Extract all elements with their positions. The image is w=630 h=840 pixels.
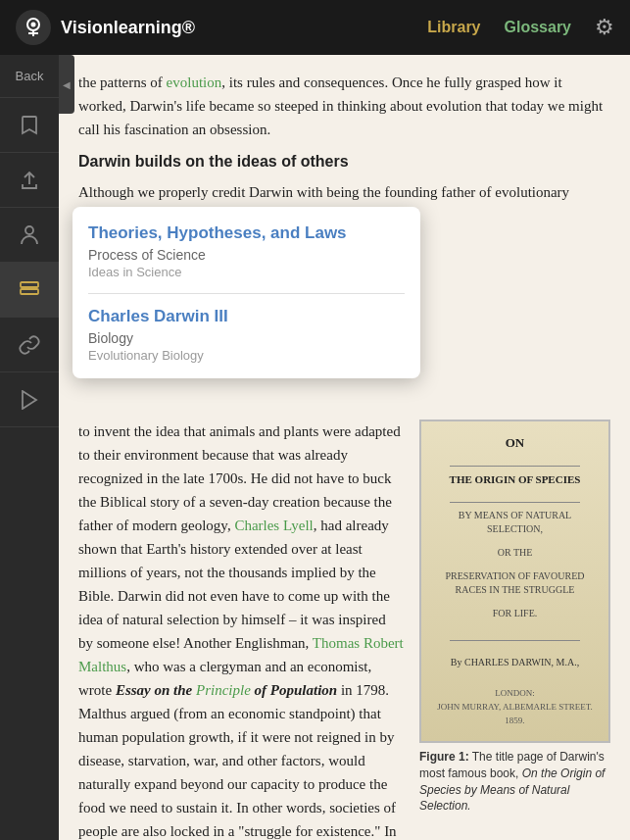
share-icon[interactable] [0,153,59,208]
book-subtitle-3: PRESERVATION OF FAVOURED RACES IN THE ST… [433,569,597,597]
dropdown-item-2-subtitle: Biology [88,330,405,346]
main-body: ON THE ORIGIN OF SPECIES BY MEANS OF NAT… [78,420,610,840]
dropdown-item-1-sub2: Ideas in Science [88,265,405,279]
dropdown-divider [88,293,405,294]
figure-container: ON THE ORIGIN OF SPECIES BY MEANS OF NAT… [419,420,610,815]
logo-text: Visionlearning® [61,18,195,38]
section-heading: Darwin builds on the ideas of others [78,153,610,171]
book-subtitle-4: FOR LIFE. [493,607,538,620]
charles-lyell-link[interactable]: Charles Lyell [234,518,313,533]
intro-paragraph: the patterns of evolution, its rules and… [78,71,610,141]
book-cover: ON THE ORIGIN OF SPECIES BY MEANS OF NAT… [420,420,609,742]
figure-caption: Figure 1: The title page of Darwin's mos… [419,749,610,815]
book-title-on: ON [506,434,525,452]
svg-point-1 [31,23,36,27]
back-button[interactable]: Back [0,55,59,98]
logo-icon [16,10,51,45]
logo-area: Visionlearning® [16,10,195,45]
book-subtitle-2: OR THE [498,546,533,560]
sidebar: Back [0,55,59,840]
layers-icon[interactable] [0,263,59,318]
svg-rect-6 [21,289,38,294]
top-navigation: Visionlearning® Library Glossary ⚙ [0,0,630,55]
dropdown-item-1[interactable]: Theories, Hypotheses, and Laws Process o… [88,222,405,279]
chevron-left-icon: ◀ [63,79,71,90]
book-cover-image: ON THE ORIGIN OF SPECIES BY MEANS OF NAT… [419,420,610,743]
glossary-link[interactable]: Glossary [505,19,571,36]
dropdown-item-1-subtitle: Process of Science [88,247,405,263]
dropdown-item-2-title: Charles Darwin III [88,306,405,327]
person-icon[interactable] [0,208,59,263]
nav-links: Library Glossary ⚙ [427,15,614,40]
dropdown-item-1-title: Theories, Hypotheses, and Laws [88,222,405,244]
library-link[interactable]: Library [427,19,480,36]
dropdown-item-2-sub2: Evolutionary Biology [88,348,405,363]
section-intro: Although we properly credit Darwin with … [78,180,610,204]
thomas-malthus-link[interactable]: Thomas Robert Malthus [78,635,404,674]
book-subtitle-1: BY MEANS OF NATURAL SELECTION, [433,509,597,536]
svg-point-4 [25,226,33,234]
settings-icon[interactable]: ⚙ [595,15,614,40]
book-place: LONDON: JOHN MURRAY, ALBEMARLE STREET. 1… [437,686,593,728]
play-icon[interactable] [0,372,59,427]
svg-marker-7 [23,391,36,409]
book-author: By CHARLES DARWIN, M.A., [451,655,579,670]
dropdown-popup: Theories, Hypotheses, and Laws Process o… [73,207,420,378]
bookmark-icon[interactable] [0,98,59,153]
svg-rect-5 [21,282,38,287]
dropdown-item-2[interactable]: Charles Darwin III Biology Evolutionary … [88,306,405,363]
evolution-link[interactable]: evolution [167,74,222,90]
principle-link[interactable]: Principle [196,682,251,698]
sidebar-collapse-button[interactable]: ◀ [59,55,74,114]
book-title-origin: THE ORIGIN OF SPECIES [450,472,581,487]
content-area[interactable]: the patterns of evolution, its rules and… [59,55,630,840]
link-icon[interactable] [0,318,59,372]
main-layout: Back ◀ the patterns of evolution, its ru… [0,55,630,840]
